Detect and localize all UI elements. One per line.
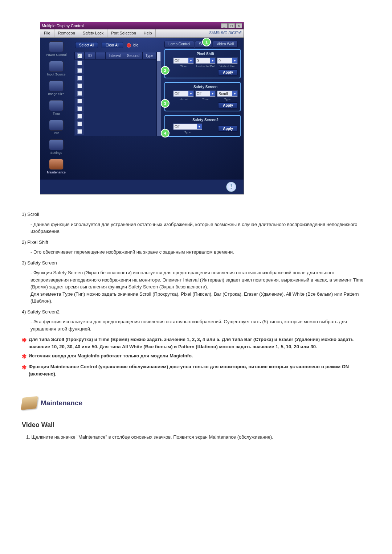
select-all-button[interactable]: Select All (75, 42, 98, 48)
sidebar-item-power[interactable]: Power Control (40, 40, 72, 59)
note-3-desc: - Функция Safety Screen (Экран безопасно… (30, 269, 370, 305)
minimize-button[interactable]: _ (221, 23, 228, 28)
panel-safety-screen: 3 Safety Screen Off▾ Interval Off▾ Time … (164, 82, 241, 111)
chevron-down-icon: ▾ (188, 58, 193, 63)
idle-label: Idle (132, 43, 138, 47)
display-table: ID Interval Second Type (74, 52, 156, 136)
section-title: Maintenance (41, 398, 82, 409)
panel-title: Pixel Shift (173, 52, 238, 56)
col-second: Second (124, 52, 143, 59)
star-note-1: ✱Для типа Scroll (Прокрутка) и Time (Вре… (22, 336, 370, 350)
table-row[interactable] (75, 59, 156, 67)
pixel-shift-vline-select[interactable]: 0▾ (217, 57, 238, 64)
star-icon: ✱ (22, 363, 26, 377)
panel-title: Safety Screen (173, 85, 238, 89)
pixel-shift-hdot-select[interactable]: 0▾ (195, 57, 216, 64)
menu-safety-lock[interactable]: Safety Lock (79, 29, 107, 37)
sidebar-item-input[interactable]: Input Source (40, 59, 72, 79)
menubar: File Remocon Safety Lock Port Selection … (40, 29, 244, 38)
table-row[interactable] (75, 67, 156, 75)
row-checkbox[interactable] (77, 83, 82, 88)
safety2-apply-button[interactable]: Apply (218, 126, 238, 132)
col-type: Type (143, 52, 156, 59)
note-2-label: 2) Pixel Shift (22, 239, 48, 245)
note-3-label: 3) Safety Screen (22, 260, 57, 266)
step-1: 1. Щелкните на значке "Maintenance" в ст… (26, 434, 370, 441)
safety2-type-select[interactable]: Off▾ (173, 123, 202, 130)
status-dot-icon (127, 43, 131, 48)
table-row[interactable] (75, 120, 156, 128)
window-title: Multiple Display Control (42, 24, 84, 28)
titlebar: Multiple Display Control _ □ × (40, 22, 244, 29)
pixel-shift-apply-button[interactable]: Apply (218, 69, 238, 75)
table-scrollbar[interactable] (156, 52, 161, 136)
note-1-desc: - Данная функция используется для устран… (30, 221, 370, 235)
table-row[interactable] (75, 90, 156, 98)
sidebar-item-label: Image Size (40, 92, 72, 96)
tab-lamp-control[interactable]: Lamp Control (164, 41, 194, 48)
menu-remocon[interactable]: Remocon (54, 29, 79, 37)
sidebar-item-time[interactable]: Time (40, 99, 72, 118)
row-checkbox[interactable] (77, 76, 82, 81)
header-checkbox[interactable] (77, 53, 82, 58)
note-4-desc: - Эта функция используется для предотвра… (30, 318, 370, 332)
menu-help[interactable]: Help (140, 29, 156, 37)
info-icon[interactable]: ! (226, 182, 236, 192)
close-button[interactable]: × (236, 23, 242, 28)
chevron-down-icon: ▾ (232, 91, 237, 96)
safety-interval-select[interactable]: Off▾ (173, 90, 194, 97)
caption: Time (173, 65, 194, 68)
caption: Vertical Line (217, 65, 238, 68)
table-row[interactable] (75, 98, 156, 105)
input-icon (49, 61, 64, 72)
star-icon: ✱ (22, 352, 26, 361)
sidebar-item-label: Input Source (40, 73, 72, 76)
safety-type-select[interactable]: Scroll▾ (217, 90, 238, 97)
sidebar-item-label: Time (40, 112, 72, 115)
brand-label: SAMSUNG DIGITall (207, 29, 244, 37)
chevron-down-icon: ▾ (210, 58, 215, 63)
row-checkbox[interactable] (77, 106, 82, 111)
sidebar-item-image[interactable]: Image Size (40, 79, 72, 99)
row-checkbox[interactable] (77, 99, 82, 103)
sidebar-item-pip[interactable]: PIP (40, 118, 72, 138)
idle-status: Idle (127, 43, 138, 48)
row-checkbox[interactable] (77, 122, 82, 126)
caption: Interval (173, 98, 194, 101)
row-checkbox[interactable] (77, 61, 82, 65)
chevron-down-icon: ▾ (197, 124, 202, 129)
col-interval: Interval (106, 52, 124, 59)
caption: Type (217, 98, 238, 101)
sidebar-item-maintenance[interactable]: Maintenance (40, 157, 72, 177)
col-status (96, 52, 106, 59)
caption: Type (173, 131, 202, 134)
pip-icon (49, 120, 64, 131)
safety-apply-button[interactable]: Apply (218, 102, 238, 108)
table-row[interactable] (75, 128, 156, 136)
callout-2: 2 (161, 66, 170, 75)
table-row[interactable] (75, 82, 156, 90)
note-2-desc: - Это обеспечивает перемещение изображен… (30, 249, 370, 256)
table-row[interactable] (75, 113, 156, 120)
star-note-2: ✱Источник ввода для MagicInfo работает т… (22, 352, 370, 361)
panel-safety-screen2: 4 Safety Screen2 Off▾ Type Apply (164, 115, 241, 137)
row-checkbox[interactable] (77, 91, 82, 96)
image-icon (49, 81, 64, 91)
caption: Time (195, 98, 216, 101)
tab-video-wall[interactable]: Video Wall (213, 41, 238, 48)
note-4-label: 4) Safety Screen2 (22, 309, 60, 315)
row-checkbox[interactable] (77, 68, 82, 73)
menu-file[interactable]: File (40, 29, 54, 37)
safety-time-select[interactable]: Off▾ (195, 90, 216, 97)
menu-port-selection[interactable]: Port Selection (107, 29, 140, 37)
sidebar-item-label: Power Control (40, 53, 72, 57)
row-checkbox[interactable] (77, 114, 82, 119)
sidebar-item-settings[interactable]: Settings (40, 138, 72, 157)
maximize-button[interactable]: □ (228, 23, 235, 28)
table-row[interactable] (75, 75, 156, 82)
row-checkbox[interactable] (77, 129, 82, 134)
status-bar: ! (40, 179, 244, 194)
clear-all-button[interactable]: Clear All (102, 42, 123, 48)
pixel-shift-time-select[interactable]: Off▾ (173, 57, 194, 64)
table-row[interactable] (75, 105, 156, 113)
